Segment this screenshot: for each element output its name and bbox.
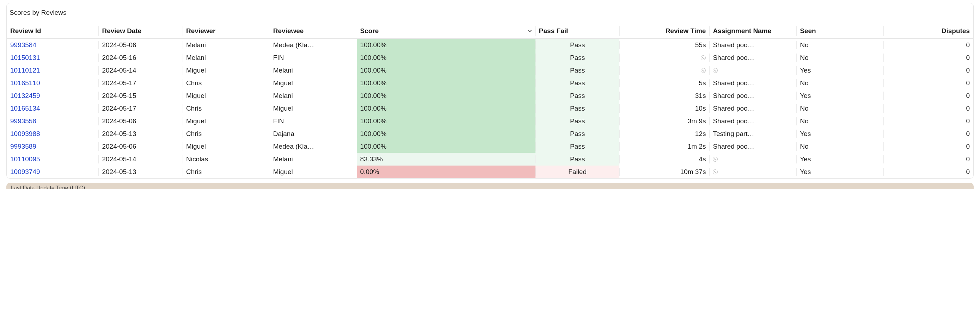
review-id-link[interactable]: 10110121	[10, 67, 40, 74]
review-id-link[interactable]: 9993558	[10, 117, 36, 125]
reviewer-cell: Chris	[183, 127, 270, 140]
table-row: 99935842024-05-06MelaniMedea (Kla…100.00…	[7, 39, 973, 52]
table-row: 100939882024-05-13ChrisDajana100.00%Pass…	[7, 127, 973, 140]
review-id-link[interactable]: 10110095	[10, 155, 40, 163]
col-seen[interactable]: Seen	[796, 24, 883, 39]
col-reviewer[interactable]: Reviewer	[183, 24, 270, 39]
review-id-cell: 9993558	[7, 115, 99, 127]
disputes-cell: 0	[883, 51, 973, 64]
col-score[interactable]: Score	[357, 24, 536, 39]
col-label: Review Id	[10, 27, 41, 35]
review-time-cell	[619, 51, 709, 64]
review-time-cell: 5s	[619, 77, 709, 89]
col-assignment-name[interactable]: Assignment Name	[709, 24, 796, 39]
null-icon	[713, 68, 718, 73]
disputes-cell: 0	[883, 165, 973, 178]
review-time-cell: 4s	[619, 153, 709, 165]
review-time-cell	[619, 64, 709, 77]
review-id-cell: 10093749	[7, 165, 99, 178]
review-id-link[interactable]: 10165110	[10, 79, 40, 87]
assignment-cell: Shared poo…	[709, 39, 796, 52]
review-date-cell: 2024-05-14	[99, 64, 183, 77]
review-date-cell: 2024-05-16	[99, 51, 183, 64]
reviews-table: Review Id Review Date Reviewer Reviewee …	[7, 24, 973, 178]
pass-fail-cell: Pass	[536, 102, 620, 115]
review-date-cell: 2024-05-13	[99, 127, 183, 140]
review-id-cell: 10093988	[7, 127, 99, 140]
reviewee-cell: Miguel	[270, 102, 357, 115]
review-id-link[interactable]: 10093988	[10, 130, 40, 137]
table-row: 101651102024-05-17ChrisMiguel100.00%Pass…	[7, 77, 973, 89]
assignment-cell: Shared poo…	[709, 115, 796, 127]
review-date-cell: 2024-05-17	[99, 102, 183, 115]
assignment-cell: Shared poo…	[709, 77, 796, 89]
col-disputes[interactable]: Disputes	[883, 24, 973, 39]
seen-cell: Yes	[796, 165, 883, 178]
review-time-cell: 10s	[619, 102, 709, 115]
reviewee-cell: Medea (Kla…	[270, 140, 357, 153]
col-label: Seen	[800, 27, 816, 35]
review-id-cell: 10150131	[7, 51, 99, 64]
assignment-cell: Shared poo…	[709, 140, 796, 153]
seen-cell: No	[796, 51, 883, 64]
disputes-cell: 0	[883, 77, 973, 89]
pass-fail-cell: Pass	[536, 127, 620, 140]
col-reviewee[interactable]: Reviewee	[270, 24, 357, 39]
col-review-date[interactable]: Review Date	[99, 24, 183, 39]
review-time-cell: 10m 37s	[619, 165, 709, 178]
review-id-link[interactable]: 10093749	[10, 168, 40, 175]
disputes-cell: 0	[883, 115, 973, 127]
review-date-cell: 2024-05-06	[99, 140, 183, 153]
table-row: 99935582024-05-06MiguelFIN100.00%Pass3m …	[7, 115, 973, 127]
last-update-label: Last Data Update Time (UTC)	[11, 185, 85, 189]
review-date-cell: 2024-05-14	[99, 153, 183, 165]
review-id-cell: 10110121	[7, 64, 99, 77]
review-time-cell: 3m 9s	[619, 115, 709, 127]
pass-fail-cell: Pass	[536, 115, 620, 127]
reviewer-cell: Miguel	[183, 140, 270, 153]
col-label: Review Date	[102, 27, 142, 35]
disputes-cell: 0	[883, 64, 973, 77]
pass-fail-cell: Pass	[536, 140, 620, 153]
pass-fail-cell: Pass	[536, 51, 620, 64]
col-review-time[interactable]: Review Time	[619, 24, 709, 39]
score-cell: 100.00%	[357, 115, 536, 127]
review-date-cell: 2024-05-17	[99, 77, 183, 89]
chevron-down-icon	[528, 29, 532, 34]
score-cell: 0.00%	[357, 165, 536, 178]
review-id-link[interactable]: 10132459	[10, 92, 40, 99]
reviewee-cell: FIN	[270, 115, 357, 127]
seen-cell: No	[796, 140, 883, 153]
pass-fail-cell: Pass	[536, 153, 620, 165]
reviewer-cell: Chris	[183, 77, 270, 89]
review-id-link[interactable]: 10150131	[10, 54, 40, 61]
seen-cell: No	[796, 115, 883, 127]
col-pass-fail[interactable]: Pass Fail	[536, 24, 620, 39]
pass-fail-cell: Pass	[536, 77, 620, 89]
assignment-cell	[709, 165, 796, 178]
col-label: Reviewer	[186, 27, 215, 35]
review-id-link[interactable]: 10165134	[10, 105, 40, 112]
disputes-cell: 0	[883, 39, 973, 52]
disputes-cell: 0	[883, 89, 973, 102]
review-date-cell: 2024-05-06	[99, 39, 183, 52]
last-update-card: Last Data Update Time (UTC)	[6, 183, 974, 189]
reviewee-cell: Medea (Kla…	[270, 39, 357, 52]
table-row: 100937492024-05-13ChrisMiguel0.00%Failed…	[7, 165, 973, 178]
reviewer-cell: Miguel	[183, 89, 270, 102]
reviewee-cell: FIN	[270, 51, 357, 64]
review-id-link[interactable]: 9993589	[10, 143, 36, 150]
reviewee-cell: Melani	[270, 64, 357, 77]
col-label: Score	[360, 27, 379, 35]
table-row: 101324592024-05-15MiguelMelani100.00%Pas…	[7, 89, 973, 102]
review-id-cell: 10165134	[7, 102, 99, 115]
assignment-cell: Shared poo…	[709, 51, 796, 64]
reviewer-cell: Melani	[183, 51, 270, 64]
reviewee-cell: Miguel	[270, 77, 357, 89]
disputes-cell: 0	[883, 140, 973, 153]
score-cell: 100.00%	[357, 39, 536, 52]
assignment-cell	[709, 64, 796, 77]
review-id-link[interactable]: 9993584	[10, 41, 36, 49]
col-review-id[interactable]: Review Id	[7, 24, 99, 39]
seen-cell: No	[796, 77, 883, 89]
